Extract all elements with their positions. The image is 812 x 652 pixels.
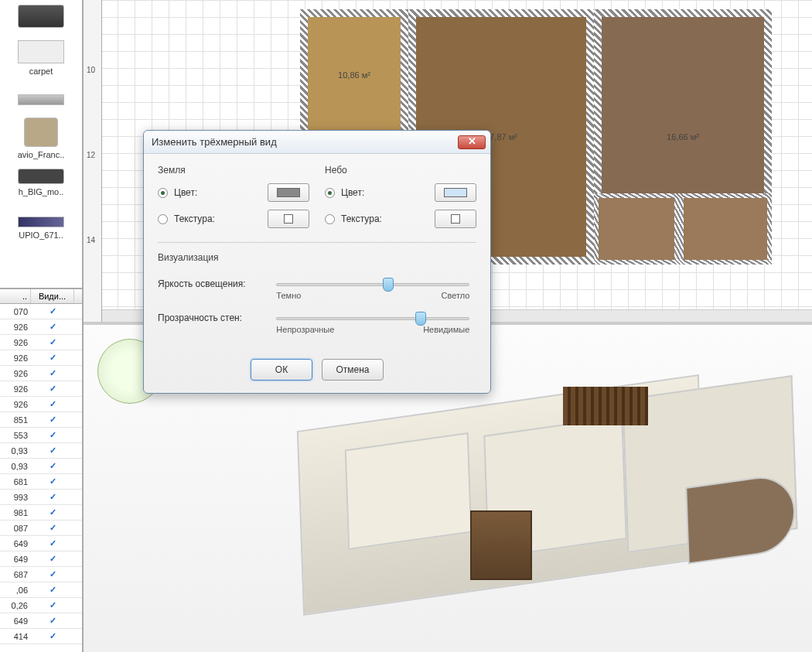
col-header-visible[interactable]: Види...	[31, 289, 74, 303]
room-1[interactable]: 10,86 м²	[300, 9, 408, 141]
table-row[interactable]: 993✓	[0, 490, 82, 505]
table-row[interactable]: 0,26✓	[0, 598, 82, 613]
row-checkbox[interactable]: ✓	[31, 399, 74, 409]
check-icon: ✓	[49, 585, 56, 594]
row-checkbox[interactable]: ✓	[31, 461, 74, 471]
sky-color-radio[interactable]	[325, 188, 335, 198]
row-checkbox[interactable]: ✓	[31, 415, 74, 425]
sky-color-label: Цвет:	[341, 187, 428, 198]
row-checkbox[interactable]: ✓	[31, 569, 74, 579]
ground-title: Земля	[158, 165, 309, 176]
row-checkbox[interactable]: ✓	[31, 631, 74, 641]
ground-color-button[interactable]	[268, 183, 309, 202]
close-button[interactable]: ✕	[458, 135, 486, 149]
cancel-button[interactable]: Отмена	[322, 359, 384, 381]
check-icon: ✓	[49, 492, 56, 501]
check-icon: ✓	[49, 538, 56, 548]
row-checkbox[interactable]: ✓	[31, 430, 74, 440]
transparency-slider[interactable]	[276, 317, 469, 320]
table-row[interactable]: 0,93✓	[0, 443, 82, 459]
col-header-value[interactable]: ..	[0, 289, 31, 303]
transparency-slider-thumb[interactable]	[415, 312, 426, 326]
row-checkbox[interactable]: ✓	[31, 353, 74, 363]
table-row[interactable]: 926✓	[0, 366, 82, 381]
ground-texture-button[interactable]	[268, 210, 309, 228]
table-row[interactable]: 687✓	[0, 567, 82, 582]
table-row[interactable]: 070✓	[0, 304, 82, 319]
row-checkbox[interactable]: ✓	[31, 554, 74, 564]
row-checkbox[interactable]: ✓	[31, 384, 74, 394]
check-icon: ✓	[49, 631, 56, 640]
check-icon: ✓	[49, 415, 56, 424]
vertical-ruler: 101214	[84, 0, 102, 322]
row-value: 0,93	[0, 462, 31, 471]
row-checkbox[interactable]: ✓	[31, 507, 74, 517]
sky-texture-button[interactable]	[435, 210, 476, 228]
furniture-item[interactable]	[0, 0, 82, 36]
row-checkbox[interactable]: ✓	[31, 616, 74, 626]
compass-down-icon[interactable]	[124, 389, 136, 401]
sky-texture-label: Текстура:	[341, 213, 428, 224]
row-checkbox[interactable]: ✓	[31, 523, 74, 533]
brightness-slider-thumb[interactable]	[383, 278, 394, 292]
table-row[interactable]: 553✓	[0, 428, 82, 443]
row-checkbox[interactable]: ✓	[31, 445, 74, 456]
room-6[interactable]	[679, 193, 772, 265]
sky-texture-radio[interactable]	[325, 214, 335, 224]
row-value: 926	[0, 400, 31, 409]
row-checkbox[interactable]: ✓	[31, 585, 74, 595]
dialog-titlebar[interactable]: Изменить трёхмерный вид ✕	[144, 131, 490, 154]
ground-texture-label: Текстура:	[174, 213, 261, 224]
table-row[interactable]: 681✓	[0, 474, 82, 490]
table-row[interactable]: 0,93✓	[0, 459, 82, 474]
row-checkbox[interactable]: ✓	[31, 368, 74, 378]
left-panel: carpetavio_Franc..h_BIG_mo..UPIO_671.. .…	[0, 0, 84, 652]
row-value: 981	[0, 508, 31, 517]
table-row[interactable]: 981✓	[0, 505, 82, 521]
table-row[interactable]: 926✓	[0, 350, 82, 366]
table-row[interactable]: 926✓	[0, 397, 82, 412]
ground-color-radio[interactable]	[158, 188, 168, 198]
room-5[interactable]	[594, 193, 679, 265]
row-checkbox[interactable]: ✓	[31, 600, 74, 610]
check-icon: ✓	[49, 368, 56, 377]
furniture-item[interactable]: avio_Franc..	[0, 113, 82, 164]
table-row[interactable]: 649✓	[0, 536, 82, 551]
transparency-min-label: Непрозрачные	[276, 325, 334, 334]
furniture-thumb-icon	[18, 40, 64, 63]
table-row[interactable]: 649✓	[0, 551, 82, 567]
row-checkbox[interactable]: ✓	[31, 492, 74, 502]
furniture-thumb-icon	[18, 5, 64, 28]
row-checkbox[interactable]: ✓	[31, 538, 74, 548]
compass-up-icon[interactable]	[124, 341, 136, 353]
furniture-label: UPIO_671..	[2, 230, 80, 240]
ground-texture-radio[interactable]	[158, 214, 168, 224]
properties-table[interactable]: .. Види... 070✓926✓926✓926✓926✓926✓926✓8…	[0, 288, 82, 652]
check-icon: ✓	[49, 523, 56, 532]
table-row[interactable]: ,06✓	[0, 582, 82, 598]
table-row[interactable]: 926✓	[0, 319, 82, 335]
check-icon: ✓	[49, 399, 56, 408]
table-row[interactable]: 926✓	[0, 381, 82, 397]
table-row[interactable]: 414✓	[0, 629, 82, 644]
row-checkbox[interactable]: ✓	[31, 476, 74, 486]
row-checkbox[interactable]: ✓	[31, 322, 74, 332]
check-icon: ✓	[49, 337, 56, 346]
row-value: 926	[0, 323, 31, 332]
table-row[interactable]: 649✓	[0, 613, 82, 629]
furniture-item[interactable]	[0, 80, 82, 113]
ground-section: Земля Цвет: Текстура:	[158, 165, 309, 236]
furniture-item[interactable]: UPIO_671..	[0, 201, 82, 244]
visualization-title: Визуализация	[158, 252, 476, 263]
sky-color-button[interactable]	[435, 183, 476, 202]
row-checkbox[interactable]: ✓	[31, 306, 74, 316]
row-checkbox[interactable]: ✓	[31, 337, 74, 347]
table-row[interactable]: 851✓	[0, 412, 82, 428]
ok-button[interactable]: ОК	[251, 359, 312, 381]
furniture-item[interactable]: carpet	[0, 36, 82, 80]
compass-left-icon[interactable]	[100, 365, 112, 377]
brightness-slider[interactable]	[276, 283, 469, 286]
table-row[interactable]: 087✓	[0, 521, 82, 536]
furniture-item[interactable]: h_BIG_mo..	[0, 164, 82, 201]
table-row[interactable]: 926✓	[0, 335, 82, 350]
